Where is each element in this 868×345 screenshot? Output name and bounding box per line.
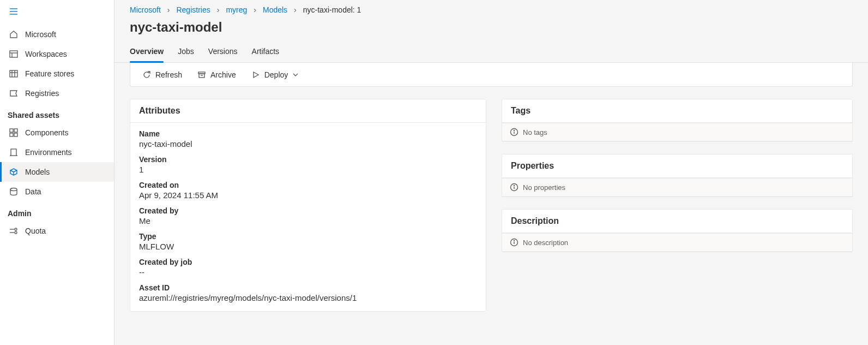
tab-artifacts[interactable]: Artifacts [252,41,280,62]
attr-label: Created by [139,206,477,215]
attr-label: Type [139,232,477,241]
sidebar-section-shared: Shared assets [0,103,114,123]
attr-label: Created on [139,181,477,189]
archive-button[interactable]: Archive [191,67,243,82]
sidebar-item-feature-stores[interactable]: Feature stores [0,64,114,84]
main-content: Microsoft › Registries › myreg › Models … [114,0,868,345]
breadcrumb-link[interactable]: Registries [176,5,210,14]
empty-text: No properties [523,183,565,192]
sidebar-item-quota[interactable]: Quota [0,221,114,241]
attr-created-on: Created on Apr 9, 2024 11:55 AM [130,176,486,202]
hamburger-menu[interactable] [0,0,114,25]
svg-rect-6 [10,70,17,77]
attr-label: Created by job [139,258,477,266]
button-label: Archive [210,70,236,79]
sidebar-item-environments[interactable]: Environments [0,142,114,162]
breadcrumb: Microsoft › Registries › myreg › Models … [114,0,868,17]
properties-header: Properties [502,154,852,178]
chevron-right-icon: › [294,5,297,14]
attr-label: Version [139,155,477,164]
attr-created-by-job: Created by job -- [130,253,486,279]
attr-value: Apr 9, 2024 11:55 AM [139,191,477,200]
description-empty: No description [502,233,852,252]
attr-version: Version 1 [130,151,486,176]
content-row: Attributes Name nyc-taxi-model Version 1… [114,87,868,324]
components-icon [9,128,19,138]
tab-jobs[interactable]: Jobs [178,41,194,62]
svg-rect-12 [10,133,13,136]
home-icon [9,29,19,39]
tab-label: Artifacts [252,47,280,56]
play-icon [251,70,260,79]
feature-stores-icon [9,69,19,79]
sidebar-item-label: Environments [25,148,72,157]
svg-rect-11 [14,129,17,132]
tab-label: Jobs [178,47,194,56]
svg-point-34 [514,186,515,186]
attributes-header: Attributes [130,99,486,123]
svg-rect-13 [14,133,17,136]
info-icon [510,183,519,192]
svg-rect-3 [10,51,17,57]
breadcrumb-link[interactable]: Microsoft [130,5,161,14]
tab-versions[interactable]: Versions [208,41,238,62]
sidebar-item-label: Components [25,128,68,137]
archive-icon [197,70,206,79]
attr-value: nyc-taxi-model [139,139,477,148]
refresh-icon [142,70,151,79]
sidebar-item-workspaces[interactable]: Workspaces [0,44,114,64]
breadcrumb-link[interactable]: Models [263,5,287,14]
svg-rect-10 [10,129,13,132]
sidebar-item-label: Models [25,168,50,176]
sidebar-item-models[interactable]: Models [0,162,114,182]
right-column: Tags No tags Properties No properties De… [502,99,853,312]
attr-label: Asset ID [139,283,477,292]
breadcrumb-link[interactable]: myreg [226,5,247,14]
chevron-down-icon [292,72,299,78]
attr-value: azureml://registries/myreg/models/nyc-ta… [139,293,477,302]
svg-rect-14 [11,149,16,156]
models-icon [9,167,19,177]
tags-panel: Tags No tags [502,99,853,142]
sidebar-item-microsoft[interactable]: Microsoft [0,25,114,44]
quota-icon [9,226,19,236]
attr-value: -- [139,267,477,277]
attr-name: Name nyc-taxi-model [130,125,486,151]
button-label: Deploy [264,70,288,79]
attributes-panel: Attributes Name nyc-taxi-model Version 1… [130,99,486,312]
environments-icon [9,147,19,157]
tabs: Overview Jobs Versions Artifacts [114,41,868,63]
info-icon [510,128,519,136]
attributes-body: Name nyc-taxi-model Version 1 Created on… [130,123,486,311]
description-header: Description [502,210,852,233]
chevron-right-icon: › [217,5,220,14]
attr-value: 1 [139,165,477,174]
deploy-button[interactable]: Deploy [245,67,306,82]
attr-type: Type MLFLOW [130,228,486,253]
data-icon [9,187,19,197]
svg-line-17 [10,170,14,172]
breadcrumb-current: nyc-taxi-model: 1 [303,5,361,14]
sidebar-item-registries[interactable]: Registries [0,84,114,103]
sidebar-section-admin: Admin [0,201,114,221]
sidebar-item-label: Registries [25,89,59,98]
properties-empty: No properties [502,178,852,197]
toolbar: Refresh Archive Deploy [130,63,853,87]
svg-point-24 [15,231,17,234]
sidebar-item-components[interactable]: Components [0,123,114,142]
description-panel: Description No description [502,209,853,252]
empty-text: No description [523,239,568,247]
tab-overview[interactable]: Overview [130,41,164,62]
sidebar-item-data[interactable]: Data [0,182,114,201]
attr-asset-id: Asset ID azureml://registries/myreg/mode… [130,279,486,305]
attr-created-by: Created by Me [130,202,486,228]
sidebar-item-label: Workspaces [25,50,67,58]
tags-header: Tags [502,99,852,123]
refresh-button[interactable]: Refresh [136,67,189,82]
chevron-right-icon: › [254,5,256,14]
button-label: Refresh [155,70,182,79]
attr-value: Me [139,216,477,225]
svg-point-20 [10,188,17,191]
svg-point-23 [15,228,17,230]
sidebar-item-label: Feature stores [25,69,74,78]
